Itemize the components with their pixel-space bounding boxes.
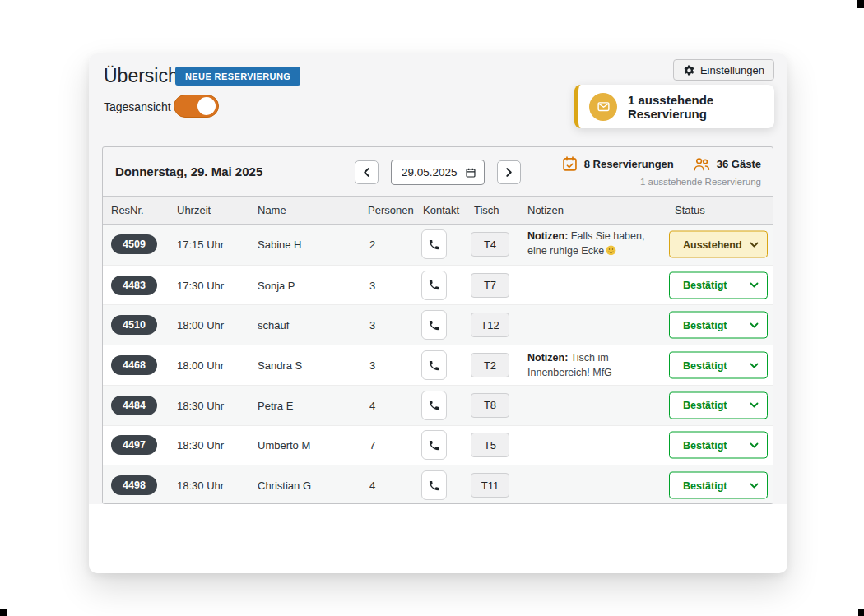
phone-button[interactable] [421,271,447,300]
reservation-number-badge: 4468 [111,355,157,375]
name-cell: Sandra S [258,359,302,372]
status-select[interactable]: Ausstehend [669,231,768,258]
phone-icon [428,359,440,372]
time-cell: 18:00 Uhr [177,319,224,331]
persons-cell: 3 [369,359,375,372]
column-header-status: Status [675,204,705,216]
chevron-down-icon [750,362,759,368]
next-day-button[interactable] [497,160,521,184]
screen-corner-artifact [0,609,7,616]
reservation-number-badge: 4498 [111,475,157,495]
date-value: 29.05.2025 [402,166,458,178]
screen-corner-artifact [858,609,864,616]
settings-button[interactable]: Einstellungen [673,59,774,81]
phone-button[interactable] [421,350,447,380]
chevron-down-icon [750,442,759,448]
reservation-number-badge: 4483 [111,276,157,295]
day-view-toggle[interactable] [174,95,219,118]
chevron-right-icon [504,168,513,177]
chevron-down-icon [750,282,759,289]
table-chip: T12 [471,313,509,337]
table-chip: T2 [471,353,509,377]
notes-cell: Notizen: Falls Sie haben, eine ruhige Ec… [527,229,664,260]
table-chip: T8 [471,393,509,418]
panel-header: Übersicht NEUE RESERVIERUNG Tagesansicht… [89,53,787,146]
day-stats: 8 Reservierungen 36 Gäste [561,155,761,174]
time-cell: 17:15 Uhr [177,239,224,251]
status-select[interactable]: Bestätigt [669,391,768,419]
phone-icon [428,439,440,452]
phone-button[interactable] [421,430,447,460]
phone-button[interactable] [421,310,447,340]
phone-button[interactable] [421,470,447,500]
column-header-contact: Kontakt [423,204,459,216]
persons-cell: 3 [369,319,375,331]
status-select[interactable]: Bestätigt [669,312,768,339]
phone-button[interactable] [421,229,447,259]
table-header-row: ResNr. Uhrzeit Name Personen Kontakt Tis… [103,196,773,225]
status-value: Bestätigt [683,280,727,291]
persons-cell: 2 [369,239,375,251]
notes-label: Notizen: [527,352,568,364]
name-cell: Umberto M [258,439,310,452]
reservations-table: Donnerstag, 29. Mai 2025 29.05.2025 8 Re… [102,146,773,504]
chevron-left-icon [362,168,371,177]
column-header-name: Name [258,204,286,216]
notification-text: 1 ausstehende Reservierung [628,93,774,121]
gear-icon [683,64,695,76]
status-value: Ausstehend [683,239,742,250]
persons-cell: 4 [369,479,375,492]
column-header-table: Tisch [474,204,499,216]
table-body: 4509 17:15 Uhr Sabine H 2 T4 Notizen: Fa… [103,225,773,504]
time-cell: 18:30 Uhr [177,479,224,492]
name-cell: Petra E [258,399,293,411]
status-value: Bestätigt [683,319,727,331]
date-input[interactable]: 29.05.2025 [391,160,485,185]
table-row: 4509 17:15 Uhr Sabine H 2 T4 Notizen: Fa… [103,225,773,265]
column-header-notes: Notizen [527,204,564,216]
table-chip: T7 [471,273,509,298]
table-row: 4497 18:30 Uhr Umberto M 7 T5 Notizen: B… [103,425,773,465]
persons-cell: 7 [369,439,375,452]
status-select[interactable]: Bestätigt [669,472,768,499]
date-heading: Donnerstag, 29. Mai 2025 [115,164,262,178]
phone-icon [428,479,440,492]
status-select[interactable]: Bestätigt [669,432,768,459]
reservations-count: 8 Reservierungen [584,158,674,170]
prev-day-button[interactable] [355,160,379,184]
table-row: 4510 18:00 Uhr schäuf 3 T12 Notizen: Bes… [103,304,773,345]
calendar-icon [465,167,476,178]
status-select[interactable]: Bestätigt [669,352,768,379]
time-cell: 17:30 Uhr [177,279,224,291]
chevron-down-icon [750,241,759,248]
reservation-number-badge: 4509 [111,234,157,254]
envelope-icon [589,93,617,121]
status-select[interactable]: Bestätigt [669,271,768,299]
guests-count: 36 Gäste [717,158,761,170]
name-cell: Sonja P [258,279,295,291]
guests-icon [692,155,711,174]
reservation-number-badge: 4484 [111,396,157,415]
reservation-number-badge: 4497 [111,435,157,455]
phone-icon [428,279,440,291]
reservation-number-badge: 4510 [111,315,157,335]
notes-cell: Notizen: Tisch im Innenbereich! MfG [527,350,664,380]
column-header-persons: Personen [368,204,414,216]
settings-label: Einstellungen [700,64,764,76]
new-reservation-button[interactable]: NEUE RESERVIERUNG [175,67,300,86]
date-toolbar: Donnerstag, 29. Mai 2025 29.05.2025 8 Re… [103,147,773,196]
phone-button[interactable] [421,391,447,420]
notes-label: Notizen: [527,230,568,242]
pending-notification: 1 ausstehende Reservierung [574,85,774,128]
time-cell: 18:30 Uhr [177,399,224,411]
status-value: Bestätigt [683,479,727,491]
calendar-check-icon [561,155,578,173]
chevron-down-icon [750,482,759,489]
screen-corner-artifact [857,0,864,8]
name-cell: Sabine H [258,239,301,251]
table-row: 4483 17:30 Uhr Sonja P 3 T7 Notizen: Bes… [103,265,773,305]
table-chip: T11 [471,473,509,498]
table-chip: T5 [471,433,509,457]
name-cell: schäuf [258,319,289,331]
status-value: Bestätigt [683,439,727,451]
